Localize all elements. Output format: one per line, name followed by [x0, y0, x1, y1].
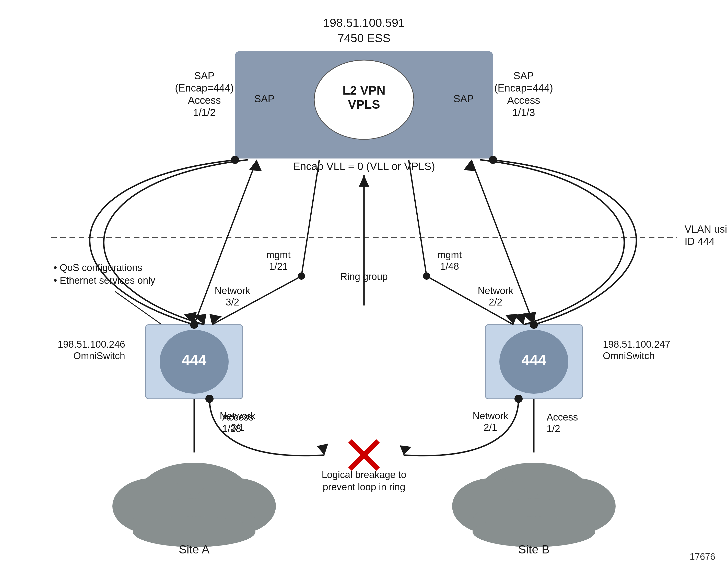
- site-b-label: Site B: [518, 543, 550, 556]
- arc-left-outer: [90, 160, 238, 325]
- network-3-2-head: [249, 160, 262, 171]
- network-3-1-head: [317, 444, 328, 455]
- svg-point-5: [133, 516, 255, 547]
- network-2-2-label: Network: [478, 285, 513, 296]
- arc-right-outer: [490, 160, 636, 325]
- right-switch-device: OmniSwitch: [603, 351, 655, 361]
- svg-point-11: [473, 516, 595, 547]
- network-2-2-line: [471, 160, 534, 325]
- sap-right-access: Access: [507, 95, 540, 106]
- mgmt-right-upper: [409, 160, 427, 276]
- dot-right-switch-bottom: [514, 395, 523, 403]
- vertical-arrow-head: [359, 175, 369, 187]
- access-left-port: 1/28: [222, 423, 241, 434]
- vlan-line1: VLAN using: [685, 223, 728, 235]
- sap-inner-left-label: SAP: [254, 93, 275, 104]
- mgmt-left-upper: [301, 160, 319, 276]
- access-left-label: Access: [222, 412, 253, 423]
- site-a-label: Site A: [179, 543, 210, 556]
- sap-inner-right-label: SAP: [453, 93, 474, 104]
- vpls-label-l2vpn: L2 VPN: [343, 84, 385, 97]
- dot-ess-left: [231, 156, 239, 164]
- dot-left-switch-top: [190, 321, 198, 329]
- network-2-2-port: 2/2: [489, 297, 502, 308]
- access-right-port: 1/2: [547, 423, 560, 434]
- cloud-right: [452, 463, 616, 547]
- fig-id: 17676: [690, 551, 715, 562]
- dot-right-switch-top: [530, 321, 538, 329]
- ess-ip: 198.51.100.591: [323, 16, 405, 29]
- mgmt-left-line: [212, 276, 301, 325]
- sap-left-access: Access: [188, 95, 221, 106]
- right-switch-vlan: 444: [522, 352, 546, 368]
- breakage-line1: Logical breakage to: [322, 469, 406, 480]
- mgmt-right-label: mgmt: [438, 249, 462, 260]
- right-switch-ip: 198.51.100.247: [603, 339, 670, 350]
- dot-mgmt-right: [423, 272, 430, 280]
- network-3-2-line: [194, 160, 257, 325]
- left-switch-device: OmniSwitch: [73, 351, 125, 361]
- dot-mgmt-left: [298, 272, 305, 280]
- sap-right-line1: SAP: [513, 70, 534, 81]
- mgmt-left-label: mgmt: [266, 249, 291, 260]
- qos-line2: • Ethernet services only: [54, 275, 155, 286]
- sap-left-port: 1/1/2: [193, 107, 216, 118]
- sap-right-line2: (Encap=444): [494, 82, 553, 94]
- ring-group-label: Ring group: [340, 271, 388, 282]
- sap-right-port: 1/1/3: [512, 107, 535, 118]
- red-x: [350, 441, 378, 469]
- vpls-label-vpls: VPLS: [348, 98, 380, 111]
- encap-vll-label: Encap VLL = 0 (VLL or VPLS): [293, 160, 435, 172]
- dot-ess-right: [489, 156, 497, 164]
- ess-device: 7450 ESS: [337, 31, 390, 45]
- access-right-label: Access: [547, 412, 578, 423]
- mgmt-right-port: 1/48: [440, 261, 459, 272]
- network-3-2-port: 3/2: [226, 297, 239, 308]
- sap-left-line1: SAP: [194, 70, 215, 81]
- network-2-2-head: [464, 160, 476, 171]
- network-2-1-head: [400, 445, 411, 455]
- network-2-1-port: 2/1: [484, 422, 497, 433]
- breakage-line2: prevent loop in ring: [323, 482, 405, 492]
- left-switch-ip: 198.51.100.246: [58, 339, 125, 350]
- cloud-left: [112, 463, 276, 547]
- diagram-container: L2 VPN VPLS SAP SAP Encap VLL = 0 (VLL o…: [0, 0, 728, 567]
- dot-left-switch-bottom: [205, 395, 214, 403]
- network-2-1-label: Network: [473, 411, 508, 421]
- network-3-2-label: Network: [215, 285, 250, 296]
- network-2-1-line: [404, 399, 519, 456]
- left-switch-vlan: 444: [182, 352, 207, 368]
- sap-left-line2: (Encap=444): [175, 82, 234, 94]
- mgmt-left-port: 1/21: [269, 261, 288, 272]
- vlan-line2: ID 444: [685, 236, 715, 247]
